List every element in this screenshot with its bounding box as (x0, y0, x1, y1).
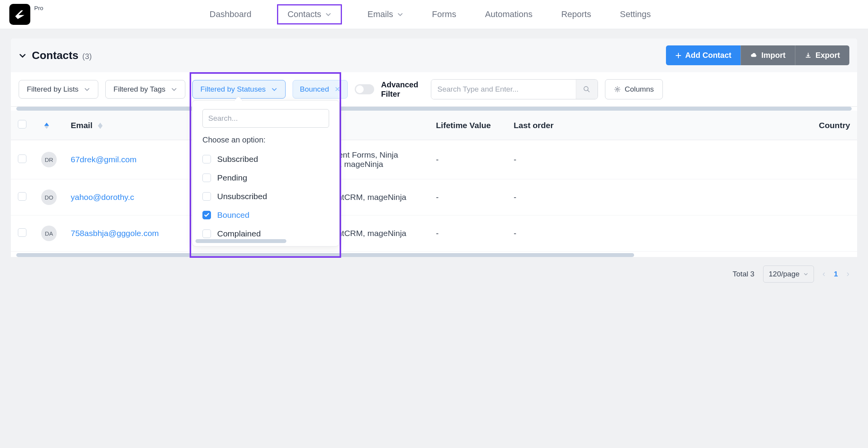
select-all-checkbox[interactable] (18, 120, 26, 128)
status-option-pending[interactable]: Pending (202, 168, 329, 187)
checkbox[interactable] (202, 211, 211, 219)
table-row[interactable]: DA 758asbhja@gggole.com Da o.io, FluentC… (11, 215, 857, 252)
contact-email-link[interactable]: 758asbhja@gggole.com (71, 229, 159, 238)
avatar: DR (41, 152, 57, 167)
chevron-down-icon (271, 86, 277, 92)
contact-email-link[interactable]: 67drek@gmil.com (71, 155, 137, 164)
scrollbar-horiz-top[interactable] (16, 107, 852, 111)
import-button[interactable]: Import (741, 45, 795, 65)
col-country[interactable]: Country (584, 111, 857, 140)
pager-next[interactable]: › (847, 269, 849, 279)
contact-last-order: - (507, 215, 584, 252)
contact-lifetime: - (429, 140, 507, 179)
status-dropdown-search[interactable] (202, 109, 329, 128)
nav-automations[interactable]: Automations (482, 4, 535, 24)
table-row[interactable]: DO yahoo@dorothy.c Do o.io, FluentCRM, m… (11, 179, 857, 215)
nav-emails[interactable]: Emails (364, 4, 406, 24)
contact-email-link[interactable]: yahoo@dorothy.c (71, 193, 134, 201)
nav-dashboard[interactable]: Dashboard (206, 4, 254, 24)
col-lifetime[interactable]: Lifetime Value (429, 111, 507, 140)
filter-chip-bounced[interactable]: Bounced ✕ (293, 80, 348, 99)
checkbox[interactable] (202, 155, 211, 163)
pager: Total 3 120/page ‹ 1 › (11, 259, 857, 290)
per-page-select[interactable]: 120/page (763, 266, 814, 283)
header-actions: Add Contact Import Export (666, 45, 849, 65)
logo-wrap: Pro (9, 4, 43, 25)
gear-icon (614, 86, 621, 93)
contact-lifetime: - (429, 215, 507, 252)
pro-label: Pro (34, 5, 43, 11)
row-checkbox[interactable] (18, 155, 26, 163)
contact-last-order: - (507, 179, 584, 215)
nav-reports[interactable]: Reports (558, 4, 594, 24)
export-button[interactable]: Export (795, 45, 849, 65)
col-last-order[interactable]: Last order (507, 111, 584, 140)
chevron-down-icon (171, 86, 177, 92)
cloud-import-icon (750, 52, 757, 59)
logo-icon (13, 8, 26, 21)
filter-bar: Filtered by Lists Filtered by Tags Filte… (11, 72, 857, 107)
pager-prev[interactable]: ‹ (823, 269, 825, 279)
plus-icon (675, 52, 682, 59)
app-header: Pro Dashboard Contacts Emails Forms Auto… (0, 0, 868, 29)
close-icon[interactable]: ✕ (335, 85, 340, 94)
svg-point-1 (617, 89, 619, 90)
app-logo (9, 4, 30, 25)
row-checkbox[interactable] (18, 192, 26, 201)
page-header: Contacts (3) Add Contact Import Export (11, 38, 857, 72)
checkbox[interactable] (202, 174, 211, 182)
download-icon (805, 52, 812, 59)
page-title: Contacts (3) (32, 49, 92, 62)
contacts-table-wrap: Email Na nies Lifetime Value Last order … (11, 107, 857, 257)
dropdown-heading: Choose an option: (202, 135, 329, 144)
avatar: DO (41, 189, 57, 205)
table-row[interactable]: DR 67drek@gmil.com Dr CRM, Fluent Forms,… (11, 140, 857, 179)
main-nav: Dashboard Contacts Emails Forms Automati… (206, 4, 654, 24)
filter-statuses[interactable]: Filtered by Statuses (192, 80, 286, 99)
status-dropdown: Choose an option: SubscribedPendingUnsub… (192, 100, 340, 247)
contacts-table: Email Na nies Lifetime Value Last order … (11, 111, 857, 252)
checkbox[interactable] (202, 229, 211, 238)
pager-page[interactable]: 1 (834, 270, 838, 278)
status-option-subscribed[interactable]: Subscribed (202, 150, 329, 168)
columns-button[interactable]: Columns (605, 79, 663, 99)
status-option-bounced[interactable]: Bounced (202, 206, 329, 224)
chevron-down-icon (804, 272, 808, 276)
avatar: DA (41, 226, 57, 241)
status-option-unsubscribed[interactable]: Unsubscribed (202, 187, 329, 206)
sort-control[interactable] (44, 123, 49, 129)
chevron-down-icon[interactable] (19, 52, 26, 59)
filter-lists[interactable]: Filtered by Lists (19, 80, 98, 99)
chevron-down-icon (397, 11, 403, 17)
nav-forms[interactable]: Forms (429, 4, 459, 24)
scrollbar-horiz-bottom[interactable] (16, 253, 634, 257)
contact-last-order: - (507, 140, 584, 179)
search-box[interactable] (431, 79, 598, 99)
advanced-filter-toggle[interactable] (355, 84, 374, 94)
scrollbar-thumb[interactable] (195, 239, 286, 243)
search-icon (583, 85, 591, 93)
advanced-filter-label: Advanced Filter (381, 80, 424, 99)
row-checkbox[interactable] (18, 228, 26, 237)
col-email[interactable]: Email (64, 111, 196, 140)
contact-count: (3) (82, 52, 92, 61)
add-contact-button[interactable]: Add Contact (666, 45, 741, 65)
nav-settings[interactable]: Settings (617, 4, 654, 24)
sort-control[interactable] (98, 123, 103, 129)
search-button[interactable] (576, 80, 598, 99)
search-input[interactable] (431, 80, 576, 99)
chevron-down-icon (325, 11, 331, 17)
nav-contacts[interactable]: Contacts (277, 4, 342, 24)
pager-total: Total 3 (733, 270, 755, 278)
checkbox[interactable] (202, 192, 211, 201)
filter-tags[interactable]: Filtered by Tags (105, 80, 185, 99)
chevron-down-icon (84, 86, 90, 92)
contact-lifetime: - (429, 179, 507, 215)
